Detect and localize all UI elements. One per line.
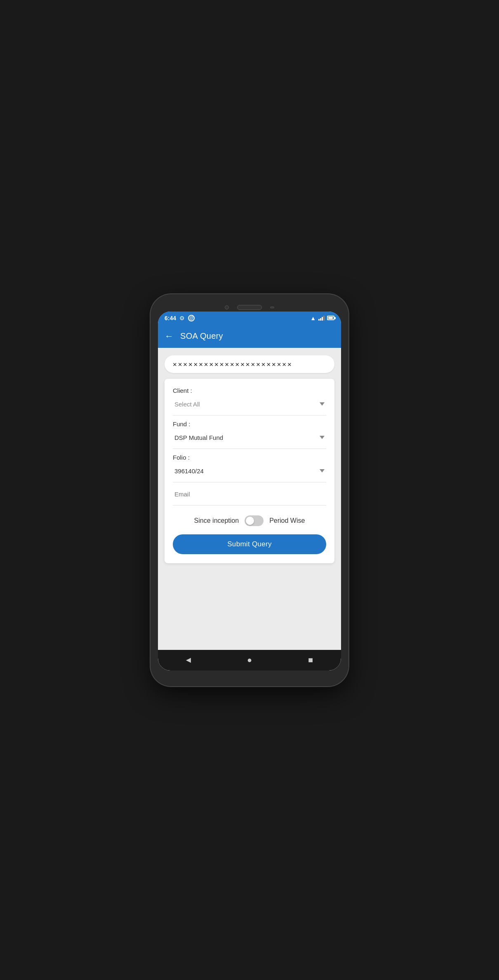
client-label: Client : [173,387,326,396]
bottom-nav: ◄ ● ■ [158,650,341,671]
folio-select[interactable]: 396140/24 [173,464,326,478]
home-nav-button[interactable]: ● [241,652,258,668]
email-input[interactable] [173,487,326,501]
app-bar: ← SOA Query [158,325,341,348]
battery-icon [327,316,334,320]
wifi-icon: ▲ [310,315,316,321]
phone-frame: 6:44 ⚙ @ ▲ ← [151,294,348,686]
status-bar: 6:44 ⚙ @ ▲ [158,312,341,325]
client-group: Client : Select All [173,387,326,416]
content-area: ✕✕✕✕✕✕✕✕✕✕✕✕✕✕✕✕✕✕✕✕✕✕✕ Client : Select … [158,348,341,650]
phone-screen: 6:44 ⚙ @ ▲ ← [158,312,341,671]
folio-label: Folio : [173,454,326,463]
toggle-row: Since inception Period Wise [173,510,326,529]
form-card: Client : Select All Fund : DSP Mutual Fu… [165,379,334,563]
app-bar-title: SOA Query [180,331,223,341]
status-time: 6:44 [165,315,176,321]
back-button[interactable]: ← [165,331,174,342]
at-icon: @ [188,315,195,321]
signal-icon [318,316,325,321]
fund-select[interactable]: DSP Mutual Fund [173,431,326,444]
search-value: ✕✕✕✕✕✕✕✕✕✕✕✕✕✕✕✕✕✕✕✕✕✕✕ [173,360,293,368]
folio-chevron-icon [320,469,325,472]
client-chevron-icon [320,402,325,406]
status-icons: ▲ [310,315,334,321]
email-group [173,487,326,505]
speaker [237,305,262,310]
camera-area [158,302,341,312]
since-inception-label: Since inception [194,517,239,524]
camera-dot [225,305,229,309]
phone-bottom [158,671,341,679]
toggle-knob [246,517,254,525]
back-nav-button[interactable]: ◄ [180,652,197,668]
client-value: Select All [174,401,200,408]
fund-group: Fund : DSP Mutual Fund [173,420,326,449]
submit-button[interactable]: Submit Query [173,534,326,554]
folio-value: 396140/24 [174,468,204,475]
fund-value: DSP Mutual Fund [174,434,223,441]
period-wise-label: Period Wise [269,517,305,524]
recent-nav-button[interactable]: ■ [302,652,319,668]
search-bar[interactable]: ✕✕✕✕✕✕✕✕✕✕✕✕✕✕✕✕✕✕✕✕✕✕✕ [165,355,334,373]
client-select[interactable]: Select All [173,397,326,411]
folio-group: Folio : 396140/24 [173,454,326,482]
inception-period-toggle[interactable] [245,515,264,526]
fund-chevron-icon [320,436,325,439]
settings-icon: ⚙ [179,315,185,321]
fund-label: Fund : [173,420,326,429]
sensor [270,307,274,308]
